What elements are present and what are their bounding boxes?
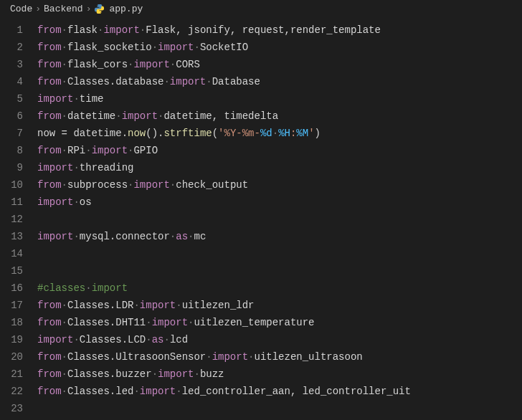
token-dim: · bbox=[62, 386, 67, 397]
token-dim: · bbox=[170, 231, 176, 242]
token-keyword: as bbox=[176, 231, 188, 242]
code-line[interactable]: from·Classes.database·import·Database bbox=[37, 73, 522, 90]
token-text: check_output bbox=[176, 179, 248, 191]
token-func: now bbox=[128, 128, 146, 139]
token-text: GPIO bbox=[133, 145, 158, 156]
line-number: 16 bbox=[0, 280, 23, 297]
token-dim: · bbox=[194, 42, 199, 53]
code-line[interactable]: from·Classes.DHT11·import·uitlezen_tempe… bbox=[37, 314, 522, 331]
code-line[interactable]: from·RPi·import·GPIO bbox=[37, 142, 522, 159]
token-dim: · bbox=[62, 351, 67, 363]
code-line[interactable]: import·os bbox=[37, 194, 522, 211]
line-number-gutter: 1234567891011121314151617181920212223 bbox=[0, 17, 37, 420]
token-dim: · bbox=[73, 162, 79, 173]
token-module: datetime bbox=[67, 110, 115, 122]
token-keyword: from bbox=[37, 351, 62, 363]
token-keyword: import bbox=[122, 110, 158, 122]
token-string: '%Y-%m- bbox=[218, 128, 260, 139]
token-dim: · bbox=[163, 334, 169, 345]
token-module: os bbox=[80, 196, 92, 208]
code-line[interactable]: import·time bbox=[37, 90, 522, 108]
breadcrumb-folder-root[interactable]: Code bbox=[10, 4, 32, 14]
code-line[interactable]: from·Classes.UltrasoonSensor·import·uitl… bbox=[37, 348, 522, 366]
token-text: led_controller_aan, led_controller_uit bbox=[182, 386, 411, 397]
line-number: 5 bbox=[0, 90, 23, 108]
line-number: 2 bbox=[0, 39, 23, 56]
line-number: 15 bbox=[0, 262, 23, 280]
code-line[interactable]: from·flask·import·Flask, jsonify, reques… bbox=[37, 22, 522, 39]
token-keyword: from bbox=[37, 386, 62, 397]
token-dim: · bbox=[62, 59, 67, 70]
code-line[interactable]: import·mysql.connector·as·mc bbox=[37, 228, 522, 245]
token-module: flask bbox=[67, 24, 98, 36]
token-dim: · bbox=[73, 93, 79, 105]
token-keyword: from bbox=[37, 42, 62, 53]
token-keyword: as bbox=[152, 334, 164, 345]
code-line[interactable]: from·subprocess·import·check_output bbox=[37, 176, 522, 194]
code-line[interactable] bbox=[37, 262, 522, 280]
token-keyword: import bbox=[140, 386, 176, 397]
token-dim: · bbox=[73, 196, 79, 208]
token-keyword: import bbox=[152, 317, 188, 328]
code-line[interactable]: import·Classes.LCD·as·lcd bbox=[37, 331, 522, 348]
code-line[interactable]: #classes·import bbox=[37, 280, 522, 297]
token-dim: · bbox=[140, 24, 146, 36]
token-text: Database bbox=[212, 76, 260, 87]
token-keyword: from bbox=[37, 317, 62, 328]
token-dim: · bbox=[85, 282, 91, 294]
token-dim: · bbox=[133, 300, 139, 311]
token-module: Classes.buzzer bbox=[67, 368, 152, 380]
token-const: %d bbox=[260, 128, 272, 139]
token-dim: · bbox=[62, 76, 67, 87]
line-number: 11 bbox=[0, 194, 23, 211]
token-text: uitlezen_ldr bbox=[182, 300, 255, 311]
token-dim: · bbox=[152, 42, 158, 53]
token-text: (). bbox=[146, 128, 163, 139]
token-text: datetime. bbox=[67, 128, 128, 139]
token-keyword: import bbox=[158, 42, 194, 53]
code-line[interactable]: from·datetime·import·datetime, timedelta bbox=[37, 108, 522, 125]
token-keyword: import bbox=[212, 351, 248, 363]
line-number: 4 bbox=[0, 73, 23, 90]
line-number: 9 bbox=[0, 159, 23, 176]
token-keyword: from bbox=[37, 179, 62, 191]
token-dim: · bbox=[206, 76, 212, 87]
python-icon bbox=[94, 4, 105, 14]
code-line[interactable]: from·flask_cors·import·CORS bbox=[37, 56, 522, 73]
code-line[interactable]: from·Classes.led·import·led_controller_a… bbox=[37, 383, 522, 400]
token-keyword: import bbox=[37, 93, 73, 105]
token-dim: · bbox=[176, 300, 181, 311]
token-dim: · bbox=[163, 76, 169, 87]
breadcrumb-folder-backend[interactable]: Backend bbox=[44, 4, 83, 14]
token-keyword: import bbox=[103, 24, 139, 36]
token-dim: · bbox=[206, 351, 212, 363]
code-line[interactable] bbox=[37, 400, 522, 417]
token-keyword: from bbox=[37, 76, 62, 87]
code-content[interactable]: from·flask·import·Flask, jsonify, reques… bbox=[37, 17, 522, 420]
token-comment: #classes bbox=[37, 282, 85, 294]
code-line[interactable]: import·threading bbox=[37, 159, 522, 176]
token-text: now bbox=[37, 128, 62, 139]
token-text: SocketIO bbox=[200, 42, 248, 53]
token-dim: · bbox=[62, 317, 67, 328]
token-module: threading bbox=[80, 162, 134, 173]
token-module: subprocess bbox=[67, 179, 128, 191]
code-line[interactable]: from·Classes.buzzer·import·buzz bbox=[37, 366, 522, 383]
token-const: %M bbox=[296, 128, 308, 139]
breadcrumb-file[interactable]: app.py bbox=[109, 4, 143, 14]
breadcrumb[interactable]: Code › Backend › app.py bbox=[0, 0, 522, 17]
code-line[interactable]: from·flask_socketio·import·SocketIO bbox=[37, 39, 522, 56]
token-keyword: import bbox=[37, 162, 73, 173]
code-line[interactable] bbox=[37, 245, 522, 262]
code-editor[interactable]: 1234567891011121314151617181920212223 fr… bbox=[0, 17, 522, 420]
token-module: mysql.connector bbox=[80, 231, 170, 242]
code-line[interactable]: now = datetime.now().strftime('%Y-%m-%d·… bbox=[37, 125, 522, 142]
token-text: datetime, timedelta bbox=[163, 110, 278, 122]
code-line[interactable] bbox=[37, 211, 522, 228]
token-dim: · bbox=[115, 110, 121, 122]
token-keyword: import bbox=[158, 368, 194, 380]
line-number: 7 bbox=[0, 125, 23, 142]
line-number: 19 bbox=[0, 331, 23, 348]
code-line[interactable]: from·Classes.LDR·import·uitlezen_ldr bbox=[37, 297, 522, 314]
token-dim: · bbox=[62, 42, 67, 53]
